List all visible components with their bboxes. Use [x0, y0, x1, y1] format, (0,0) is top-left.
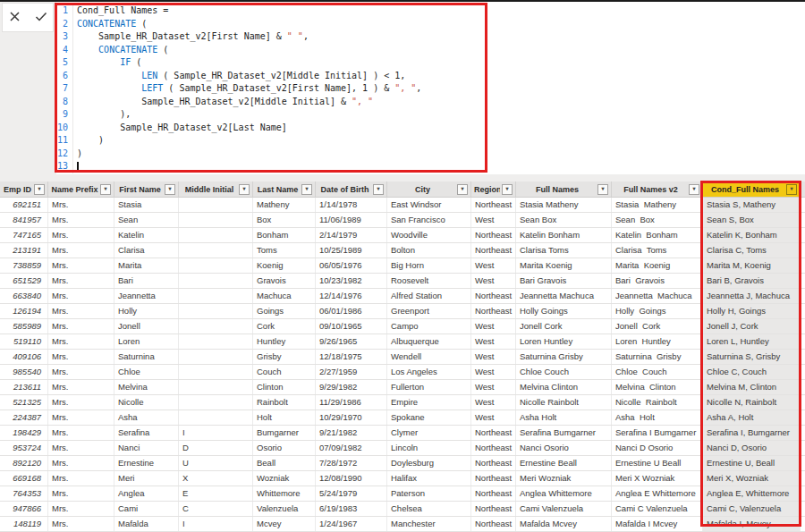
filter-dropdown-icon[interactable]: ▾	[457, 184, 468, 195]
table-cell[interactable]: Nicolle N, Rainbolt	[703, 395, 801, 410]
table-cell[interactable]: Northeast	[471, 426, 516, 440]
table-cell[interactable]: Mcvey	[253, 517, 316, 531]
table-cell[interactable]	[179, 258, 253, 273]
table-cell[interactable]: Lincoln	[387, 441, 471, 455]
table-cell[interactable]: 651529	[0, 274, 48, 288]
table-cell[interactable]: Chloe C, Couch	[703, 365, 801, 379]
table-cell[interactable]: 5/24/1979	[316, 486, 387, 501]
table-cell[interactable]: West	[471, 350, 516, 364]
table-cell[interactable]: Katelin Bonham	[612, 228, 703, 242]
table-cell[interactable]: 947866	[0, 502, 48, 516]
table-cell[interactable]: Campo	[387, 319, 471, 334]
table-cell[interactable]: East Windsor	[387, 198, 471, 212]
table-cell[interactable]: Clarisa	[114, 243, 179, 258]
table-cell[interactable]: 11/06/1989	[316, 213, 387, 227]
table-cell[interactable]: Cami Valenzuela	[516, 502, 612, 516]
column-header-middle-initial[interactable]: Middle Initial▾	[179, 182, 253, 197]
table-cell[interactable]: Mrs.	[48, 395, 114, 410]
table-cell[interactable]: Asha Holt	[612, 410, 703, 425]
table-cell[interactable]: Bari B, Gravois	[703, 274, 801, 288]
table-cell[interactable]: Anglea	[114, 486, 179, 501]
table-cell[interactable]: 198429	[0, 426, 48, 440]
filter-dropdown-icon[interactable]: ▾	[786, 184, 797, 195]
table-cell[interactable]: Box	[253, 213, 316, 227]
table-cell[interactable]: Mrs.	[48, 319, 114, 334]
table-cell[interactable]: Sean	[114, 213, 179, 227]
table-cell[interactable]: Rainbolt	[253, 395, 316, 410]
table-cell[interactable]: Mrs.	[48, 228, 114, 242]
table-cell[interactable]: 985540	[0, 365, 48, 379]
table-cell[interactable]: Marita	[114, 258, 179, 273]
table-cell[interactable]: C	[179, 502, 253, 516]
table-cell[interactable]: Ernestine Beall	[516, 456, 612, 470]
column-header-city[interactable]: City▾	[387, 182, 471, 197]
table-cell[interactable]: 738859	[0, 258, 48, 273]
table-cell[interactable]: 213191	[0, 243, 48, 258]
table-cell[interactable]: Meri X Wozniak	[612, 471, 703, 486]
table-cell[interactable]: Chloe Couch	[612, 365, 703, 379]
table-cell[interactable]: Meri	[114, 471, 179, 486]
table-cell[interactable]	[179, 289, 253, 303]
table-cell[interactable]: Jonell Cork	[516, 319, 612, 334]
table-cell[interactable]: Katelin	[114, 228, 179, 242]
table-cell[interactable]: Sean Box	[612, 213, 703, 227]
table-cell[interactable]: 126194	[0, 304, 48, 318]
table-cell[interactable]: D	[179, 441, 253, 455]
table-cell[interactable]: Spokane	[387, 410, 471, 425]
table-cell[interactable]: 06/05/1976	[316, 258, 387, 273]
table-cell[interactable]: 2/27/1959	[316, 365, 387, 379]
table-cell[interactable]: West	[471, 380, 516, 394]
table-cell[interactable]: Chelsea	[387, 502, 471, 516]
table-cell[interactable]: Jeannetta J, Machuca	[703, 289, 801, 303]
table-cell[interactable]: Alfred Station	[387, 289, 471, 303]
table-cell[interactable]: 409106	[0, 350, 48, 364]
table-cell[interactable]: Bari Gravois	[516, 274, 612, 288]
column-header-full-names-v2[interactable]: Full Names v2▾	[612, 182, 703, 197]
table-cell[interactable]: Mafalda Mcvey	[516, 517, 612, 531]
table-cell[interactable]: 10/23/1982	[316, 274, 387, 288]
table-cell[interactable]: Cork	[253, 319, 316, 334]
table-cell[interactable]: Nicolle	[114, 395, 179, 410]
filter-dropdown-icon[interactable]: ▾	[100, 184, 111, 195]
table-cell[interactable]: I	[179, 426, 253, 440]
table-cell[interactable]: Nanci D Osorio	[612, 441, 703, 455]
table-cell[interactable]: West	[471, 410, 516, 425]
column-header-full-names[interactable]: Full Names▾	[516, 182, 612, 197]
table-cell[interactable]: Northeast	[471, 198, 516, 212]
table-cell[interactable]: Grisby	[253, 350, 316, 364]
column-header-region[interactable]: Region▾	[471, 182, 516, 197]
table-cell[interactable]: West	[471, 395, 516, 410]
table-cell[interactable]: Loren Huntley	[612, 334, 703, 349]
table-cell[interactable]	[179, 365, 253, 379]
table-cell[interactable]: 1/24/1967	[316, 517, 387, 531]
table-cell[interactable]: Anglea E Whittemore	[612, 486, 703, 501]
table-cell[interactable]: Mrs.	[48, 426, 114, 440]
table-cell[interactable]: Mrs.	[48, 502, 114, 516]
table-cell[interactable]: Cami C, Valenzuela	[703, 502, 801, 516]
table-cell[interactable]: 224387	[0, 410, 48, 425]
table-cell[interactable]: 11/29/1986	[316, 395, 387, 410]
column-header-emp-id[interactable]: Emp ID▾	[0, 182, 48, 197]
table-cell[interactable]: 9/26/1965	[316, 334, 387, 349]
table-cell[interactable]: U	[179, 456, 253, 470]
table-cell[interactable]: Mafalda I, Mcvey	[703, 517, 801, 531]
table-cell[interactable]: 148119	[0, 517, 48, 531]
table-cell[interactable]: Jeannetta	[114, 289, 179, 303]
table-cell[interactable]: Stasia Matheny	[612, 198, 703, 212]
table-cell[interactable]: Doylesburg	[387, 456, 471, 470]
filter-dropdown-icon[interactable]: ▾	[597, 184, 608, 195]
table-cell[interactable]: Anglea E, Whittemore	[703, 486, 801, 501]
table-cell[interactable]: Mrs.	[48, 410, 114, 425]
table-cell[interactable]: E	[179, 486, 253, 501]
table-cell[interactable]: Halifax	[387, 471, 471, 486]
table-cell[interactable]: Asha A, Holt	[703, 410, 801, 425]
table-cell[interactable]: Bonham	[253, 228, 316, 242]
table-cell[interactable]: Manchester	[387, 517, 471, 531]
filter-dropdown-icon[interactable]: ▾	[239, 184, 250, 195]
table-cell[interactable]	[179, 395, 253, 410]
table-cell[interactable]: Mrs.	[48, 274, 114, 288]
table-cell[interactable]: Koenig	[253, 258, 316, 273]
table-cell[interactable]: West	[471, 365, 516, 379]
table-cell[interactable]: 12/18/1975	[316, 350, 387, 364]
table-cell[interactable]: Ernestine	[114, 456, 179, 470]
